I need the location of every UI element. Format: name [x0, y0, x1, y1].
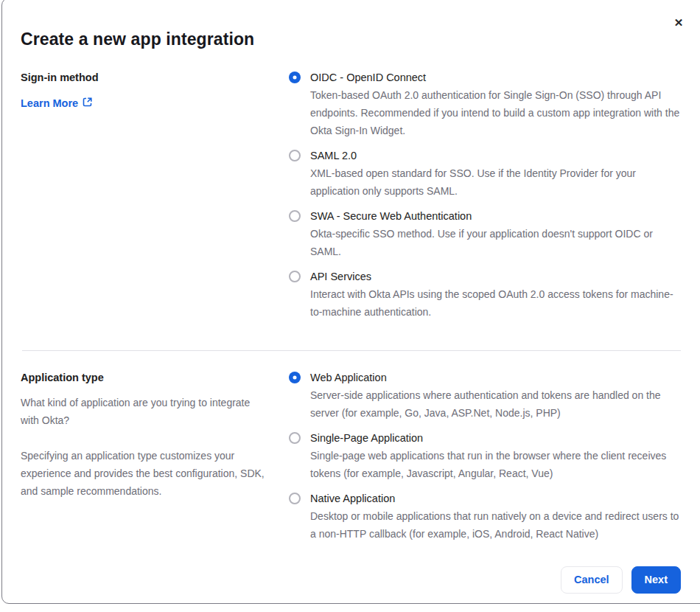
radio-button-api-services[interactable]	[289, 271, 301, 282]
radio-option-label: API Services	[310, 268, 681, 285]
application-type-options: Web Application Server-side applications…	[289, 369, 681, 543]
radio-option-description: Desktop or mobile applications that run …	[310, 507, 681, 543]
radio-button-oidc[interactable]	[289, 72, 301, 83]
radio-option-label: SAML 2.0	[310, 147, 681, 164]
section-divider	[22, 350, 681, 351]
radio-option-description: Okta-specific SSO method. Use if your ap…	[310, 225, 681, 260]
learn-more-link[interactable]: Learn More	[21, 94, 92, 112]
create-app-integration-dialog: ✕ Create a new app integration Sign-in m…	[1, 0, 700, 604]
radio-button-saml[interactable]	[289, 150, 301, 161]
external-link-icon	[83, 94, 92, 112]
signin-method-options: OIDC - OpenID Connect Token-based OAuth …	[289, 69, 681, 321]
application-type-label: Application type	[21, 369, 268, 386]
application-type-description-2: Specifying an application type customize…	[21, 447, 268, 500]
radio-option-label: Web Application	[310, 369, 681, 386]
application-type-section: Application type What kind of applicatio…	[21, 369, 681, 543]
radio-button-web-application[interactable]	[289, 372, 301, 383]
radio-option-description: Server-side applications where authentic…	[310, 386, 681, 422]
learn-more-label: Learn More	[21, 94, 78, 112]
dialog-footer: Cancel Next	[21, 566, 681, 594]
radio-button-native-application[interactable]	[289, 493, 301, 504]
radio-option-api-services[interactable]: API Services Interact with Okta APIs usi…	[289, 268, 681, 321]
next-button[interactable]: Next	[631, 566, 681, 594]
radio-option-description: Token-based OAuth 2.0 authentication for…	[310, 86, 681, 139]
signin-method-label: Sign-in method	[21, 69, 268, 86]
signin-method-section: Sign-in method Learn More	[21, 69, 681, 321]
dialog-content: Create a new app integration Sign-in met…	[2, 0, 681, 594]
application-type-info: Application type What kind of applicatio…	[21, 369, 268, 500]
radio-option-description: Interact with Okta APIs using the scoped…	[310, 285, 681, 321]
signin-method-info: Sign-in method Learn More	[21, 69, 268, 112]
radio-option-label: OIDC - OpenID Connect	[310, 69, 681, 86]
radio-button-single-page-application[interactable]	[289, 432, 301, 444]
application-type-description-1: What kind of application are you trying …	[21, 394, 268, 429]
radio-option-description: XML-based open standard for SSO. Use if …	[310, 164, 681, 200]
radio-option-swa[interactable]: SWA - Secure Web Authentication Okta-spe…	[289, 207, 681, 260]
cancel-button[interactable]: Cancel	[561, 566, 623, 594]
radio-option-native-application[interactable]: Native Application Desktop or mobile app…	[289, 490, 681, 543]
radio-button-swa[interactable]	[289, 210, 301, 222]
radio-option-oidc[interactable]: OIDC - OpenID Connect Token-based OAuth …	[289, 69, 681, 139]
radio-option-label: Native Application	[310, 490, 681, 507]
radio-option-description: Single-page web applications that run in…	[310, 447, 681, 482]
radio-option-saml[interactable]: SAML 2.0 XML-based open standard for SSO…	[289, 147, 681, 200]
dialog-title: Create a new app integration	[21, 28, 681, 50]
radio-option-single-page-application[interactable]: Single-Page Application Single-page web …	[289, 429, 681, 482]
radio-option-label: SWA - Secure Web Authentication	[310, 207, 681, 225]
radio-option-web-application[interactable]: Web Application Server-side applications…	[289, 369, 681, 422]
radio-option-label: Single-Page Application	[310, 429, 681, 447]
